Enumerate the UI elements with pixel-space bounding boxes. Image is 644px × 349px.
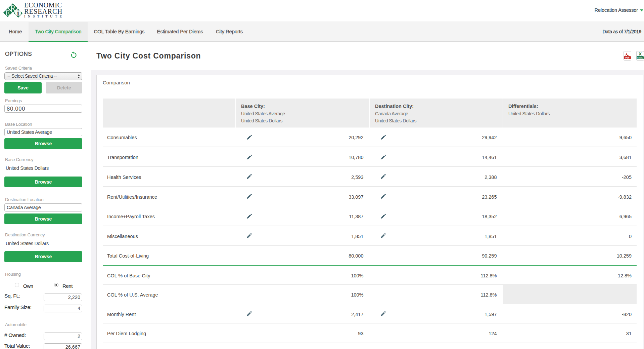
svg-text:EXCEL: EXCEL [637,57,643,59]
svg-text:E: E [5,9,10,17]
svg-text:PDF: PDF [626,57,630,59]
svg-text:i: i [17,9,19,17]
svg-text:X: X [639,51,642,56]
svg-text:R: R [10,4,16,13]
